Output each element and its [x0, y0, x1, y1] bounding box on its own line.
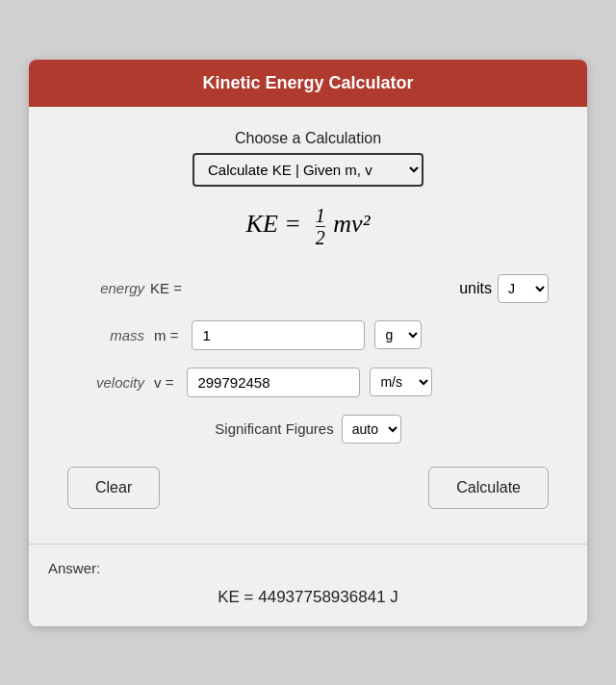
mass-variable: m =	[154, 327, 178, 343]
clear-button[interactable]: Clear	[67, 467, 160, 509]
mass-row: mass m = g kg lb oz	[67, 320, 549, 350]
sig-fig-select[interactable]: auto 1 2 3 4 5 6	[342, 415, 401, 444]
velocity-row: velocity v = m/s km/s km/h mph ft/s	[67, 368, 549, 397]
choose-label: Choose a Calculation	[67, 130, 549, 147]
velocity-input[interactable]	[187, 368, 360, 397]
velocity-label: velocity	[67, 374, 144, 391]
formula-display: KE = 1 2 mv²	[67, 206, 549, 247]
energy-unit-select[interactable]: J kJ MJ	[498, 274, 549, 303]
calculator-header: Kinetic Energy Calculator	[29, 60, 587, 107]
mass-label: mass	[67, 327, 144, 343]
energy-row: energy KE = units J kJ MJ	[67, 274, 549, 303]
answer-label: Answer:	[48, 560, 568, 576]
energy-label: energy	[67, 280, 144, 296]
calculator-title: Kinetic Energy Calculator	[202, 73, 413, 92]
velocity-unit-select[interactable]: m/s km/s km/h mph ft/s	[370, 368, 432, 396]
velocity-variable: v =	[154, 374, 173, 391]
calculator-body: Choose a Calculation Calculate KE | Give…	[29, 107, 587, 544]
sig-fig-label: Significant Figures	[215, 420, 333, 437]
energy-units-label: units	[459, 280, 492, 297]
mass-input[interactable]	[192, 320, 365, 350]
calculate-button[interactable]: Calculate	[428, 467, 549, 509]
sig-fig-row: Significant Figures auto 1 2 3 4 5 6	[67, 415, 549, 444]
mass-unit-select[interactable]: g kg lb oz	[374, 320, 422, 349]
energy-variable: KE =	[150, 280, 182, 296]
button-row: Clear Calculate	[67, 467, 549, 524]
answer-value: KE = 44937758936841 J	[48, 588, 568, 607]
calculator-container: Kinetic Energy Calculator Choose a Calcu…	[29, 60, 587, 626]
calculation-type-select[interactable]: Calculate KE | Given m, v Calculate m | …	[192, 153, 424, 187]
answer-section: Answer: KE = 44937758936841 J	[29, 544, 587, 626]
